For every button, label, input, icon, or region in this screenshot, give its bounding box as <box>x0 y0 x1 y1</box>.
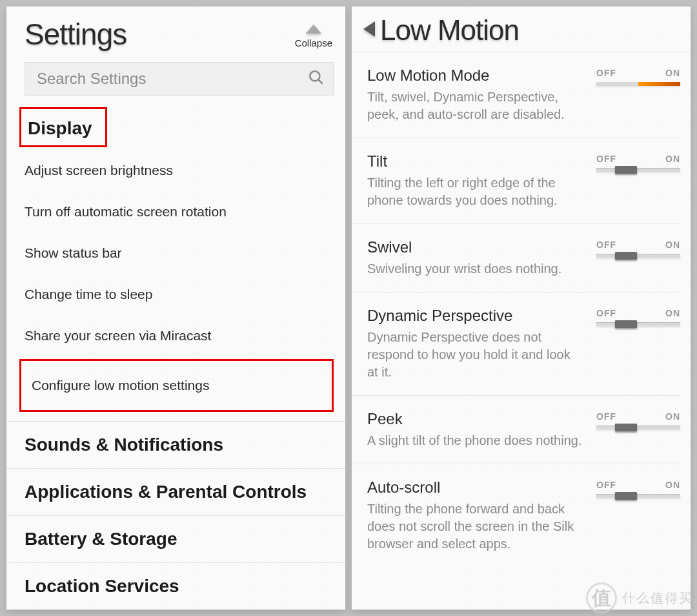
toggle-dynamic-perspective[interactable]: OFF ON <box>596 308 680 326</box>
toggle-tilt[interactable]: OFF ON <box>596 154 680 172</box>
svg-line-2 <box>318 79 322 83</box>
row-title: Low Motion Mode <box>367 67 583 85</box>
search-input[interactable] <box>25 62 334 96</box>
item-miracast[interactable]: Share your screen via Miracast <box>6 315 345 356</box>
toggle-on-label: ON <box>665 154 680 164</box>
row-tilt: Tilt Tilting the left or right edge of t… <box>352 138 680 224</box>
item-adjust-brightness[interactable]: Adjust screen brightness <box>6 150 345 191</box>
item-auto-rotation[interactable]: Turn off automatic screen rotation <box>6 191 345 232</box>
row-desc: Tilting the phone forward and back does … <box>367 500 583 553</box>
category-battery[interactable]: Battery & Storage <box>6 515 345 562</box>
row-desc: Dynamic Perspective does not respond to … <box>367 329 583 381</box>
back-icon[interactable] <box>361 19 378 41</box>
toggle-on-label: ON <box>665 240 680 250</box>
item-low-motion[interactable]: Configure low motion settings <box>19 359 334 412</box>
svg-marker-3 <box>363 21 375 37</box>
collapse-button[interactable]: Collapse <box>295 23 332 48</box>
collapse-icon <box>305 23 323 35</box>
search-icon <box>308 69 325 88</box>
row-low-motion-mode: Low Motion Mode Tilt, swivel, Dynamic Pe… <box>352 52 680 138</box>
toggle-off-label: OFF <box>596 308 616 318</box>
row-desc: Tilting the left or right edge of the ph… <box>367 174 583 209</box>
item-time-to-sleep[interactable]: Change time to sleep <box>6 274 345 315</box>
row-desc: A slight tilt of the phone does nothing. <box>367 432 583 449</box>
toggle-swivel[interactable]: OFF ON <box>596 240 680 258</box>
row-title: Swivel <box>367 238 583 256</box>
collapse-label: Collapse <box>295 37 332 48</box>
row-swivel: Swivel Swiveling your wrist does nothing… <box>352 224 680 293</box>
row-desc: Swiveling your wrist does nothing. <box>367 260 583 278</box>
row-title: Tilt <box>367 152 583 170</box>
toggle-on-label: ON <box>665 411 680 422</box>
settings-title: Settings <box>25 17 295 52</box>
toggle-on-label: ON <box>665 308 680 318</box>
row-title: Peek <box>367 410 583 428</box>
detail-title: Low Motion <box>380 14 519 46</box>
toggle-off-label: OFF <box>596 480 616 490</box>
toggle-off-label: OFF <box>596 68 616 78</box>
low-motion-panel: Low Motion Low Motion Mode Tilt, swivel,… <box>352 6 691 610</box>
category-location[interactable]: Location Services <box>6 562 345 610</box>
category-sounds[interactable]: Sounds & Notifications <box>6 421 345 468</box>
category-applications[interactable]: Applications & Parental Controls <box>6 468 345 515</box>
settings-panel: Settings Collapse Display Adjust screen … <box>6 6 345 610</box>
row-dynamic-perspective: Dynamic Perspective Dynamic Perspective … <box>352 293 680 396</box>
toggle-off-label: OFF <box>596 154 616 164</box>
toggle-on-label: ON <box>665 68 680 78</box>
svg-marker-0 <box>306 25 321 34</box>
row-title: Dynamic Perspective <box>367 307 583 325</box>
toggle-low-motion-mode[interactable]: OFF ON <box>596 68 680 86</box>
row-peek: Peek A slight tilt of the phone does not… <box>352 396 680 464</box>
toggle-off-label: OFF <box>596 240 616 250</box>
toggle-auto-scroll[interactable]: OFF ON <box>596 480 680 498</box>
category-display[interactable]: Display <box>19 107 107 147</box>
row-desc: Tilt, swivel, Dynamic Perspective, peek,… <box>367 88 583 123</box>
row-auto-scroll: Auto-scroll Tilting the phone forward an… <box>352 464 680 567</box>
toggle-off-label: OFF <box>596 411 616 422</box>
row-title: Auto-scroll <box>367 478 583 497</box>
svg-point-1 <box>310 71 319 81</box>
toggle-on-label: ON <box>665 480 680 490</box>
toggle-peek[interactable]: OFF ON <box>596 411 680 429</box>
item-status-bar[interactable]: Show status bar <box>6 232 345 274</box>
